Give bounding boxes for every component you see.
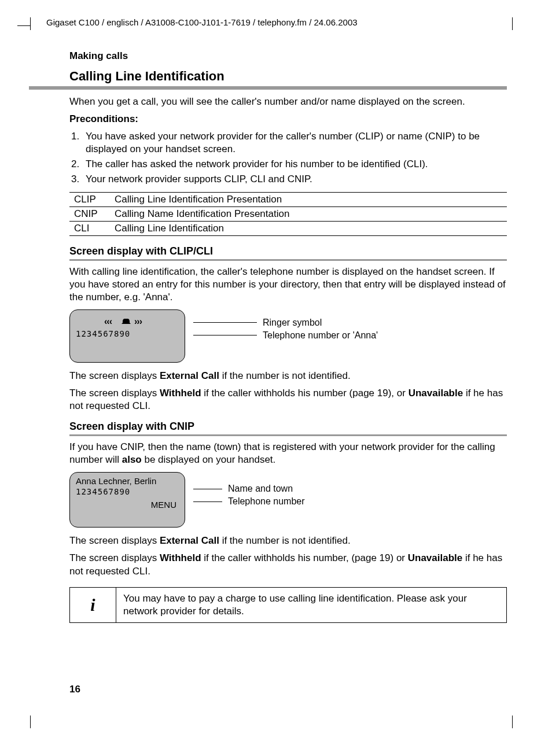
clip-after-2: The screen displays Withheld if the call… [69, 387, 507, 412]
cnip-heading: Screen display with CNIP [69, 421, 507, 433]
phone-screen-icon: Anna Lechner, Berlin 1234567890 MENU [69, 472, 185, 528]
svg-text:›››: ››› [134, 317, 142, 326]
leader-line [193, 489, 222, 489]
info-icon: i [70, 588, 116, 622]
table-row: CLIP Calling Line Identification Present… [69, 192, 507, 206]
heading-rule [29, 86, 507, 90]
crop-mark [30, 17, 31, 30]
full-cell: Calling Line Identification Presentation [110, 192, 507, 206]
callouts: Name and town Telephone number [193, 484, 305, 509]
callouts: Ringer symbol Telephone number or 'Anna' [193, 318, 378, 343]
crop-mark [512, 17, 513, 30]
list-item: Your network provider supports CLIP, CLI… [82, 173, 507, 186]
header-path: Gigaset C100 / englisch / A31008-C100-J1… [46, 17, 507, 27]
ringer-icon: ‹‹‹ ››› [76, 317, 179, 328]
callout-row: Name and town [193, 484, 305, 494]
callout-row: Telephone number [193, 496, 305, 507]
phone-number-display: 1234567890 [76, 487, 179, 496]
clip-after-1: The screen displays External Call if the… [69, 370, 507, 382]
cnip-name-display: Anna Lechner, Berlin [76, 476, 179, 486]
abbr-cell: CLIP [69, 192, 110, 206]
table-row: CLI Calling Line Identification [69, 221, 507, 235]
full-cell: Calling Line Identification [110, 221, 507, 235]
svg-text:‹‹‹: ‹‹‹ [104, 317, 112, 326]
cnip-paragraph: If you have CNIP, then the name (town) t… [69, 441, 507, 466]
cnip-diagram: Anna Lechner, Berlin 1234567890 MENU Nam… [69, 472, 507, 528]
callout-row: Ringer symbol [193, 318, 378, 328]
phone-screen-icon: ‹‹‹ ››› 1234567890 [69, 309, 185, 363]
menu-label: MENU [76, 500, 179, 510]
clip-heading: Screen display with CLIP/CLI [69, 245, 507, 257]
crop-mark [512, 716, 513, 728]
info-text: You may have to pay a charge to use call… [116, 588, 506, 622]
callout-label: Name and town [228, 484, 293, 494]
cnip-after-1: The screen displays External Call if the… [69, 534, 507, 547]
callout-row: Telephone number or 'Anna' [193, 330, 378, 341]
definitions-table: CLIP Calling Line Identification Present… [69, 192, 507, 236]
sub-rule [69, 434, 507, 436]
leader-line [193, 335, 257, 335]
abbr-cell: CLI [69, 221, 110, 235]
page-title: Calling Line Identification [69, 69, 507, 84]
phone-number-display: 1234567890 [76, 329, 179, 338]
abbr-cell: CNIP [69, 206, 110, 221]
list-item: The caller has asked the network provide… [82, 158, 507, 171]
info-box: i You may have to pay a charge to use ca… [69, 587, 507, 623]
page-number: 16 [69, 684, 80, 695]
table-row: CNIP Calling Name Identification Present… [69, 206, 507, 221]
list-item: You have asked your network provider for… [82, 130, 507, 156]
callout-label: Telephone number [228, 496, 305, 507]
clip-paragraph: With calling line identification, the ca… [69, 265, 507, 304]
callout-label: Telephone number or 'Anna' [263, 330, 378, 341]
clip-diagram: ‹‹‹ ››› 1234567890 Ringer symbol Telepho… [69, 309, 507, 363]
full-cell: Calling Name Identification Presentation [110, 206, 507, 221]
page-content: Gigaset C100 / englisch / A31008-C100-J1… [0, 0, 552, 640]
callout-label: Ringer symbol [263, 318, 322, 328]
leader-line [193, 322, 257, 323]
preconditions-label: Preconditions: [69, 113, 507, 126]
preconditions-list: You have asked your network provider for… [82, 130, 507, 186]
crop-mark [30, 716, 31, 728]
cnip-after-2: The screen displays Withheld if the call… [69, 552, 507, 577]
sub-rule [69, 259, 507, 261]
section-label: Making calls [69, 50, 507, 62]
intro-paragraph: When you get a call, you will see the ca… [69, 95, 507, 108]
crop-mark [17, 25, 30, 26]
leader-line [193, 501, 222, 502]
